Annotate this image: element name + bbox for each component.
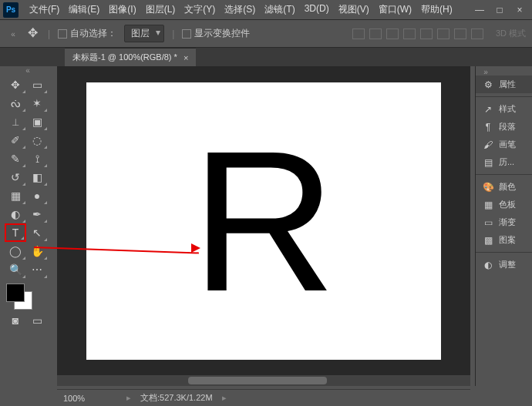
panel-icon: ↗ xyxy=(482,104,494,115)
screen-mode-tool[interactable]: ▭ xyxy=(26,311,48,330)
menu-item[interactable]: 文件(F) xyxy=(25,3,64,16)
auto-select-checkbox[interactable]: 自动选择： xyxy=(58,27,116,40)
color-swatches[interactable] xyxy=(6,284,49,311)
collapse-handle-icon[interactable]: » xyxy=(479,68,493,75)
align-icon[interactable] xyxy=(352,29,365,39)
pen-tool[interactable]: ✒ xyxy=(26,205,48,223)
show-transform-label: 显示变换控件 xyxy=(194,28,250,39)
panel-item[interactable]: 🖌画笔 xyxy=(476,136,532,153)
document-tab[interactable]: 未标题-1 @ 100%(RGB/8) * × xyxy=(65,48,196,66)
eraser-tool[interactable]: ◧ xyxy=(26,168,48,186)
panel-label: 样式 xyxy=(499,103,516,115)
zoom-tool[interactable]: 🔍 xyxy=(5,260,26,279)
panel-label: 历... xyxy=(499,156,514,168)
align-icon[interactable] xyxy=(454,29,466,39)
hand-tool[interactable]: ✋ xyxy=(26,242,48,260)
patch-tool[interactable]: ◌ xyxy=(26,131,48,149)
panel-icon: ▤ xyxy=(482,157,494,168)
align-icon[interactable] xyxy=(369,29,382,39)
canvas[interactable]: R xyxy=(86,82,441,360)
divider: | xyxy=(172,29,174,39)
edit-toolbar[interactable]: ⋯ xyxy=(26,260,48,279)
menu-item[interactable]: 3D(D) xyxy=(300,3,334,16)
dodge-tool[interactable]: ◐ xyxy=(5,205,26,223)
options-bar: « | 自动选择： 图层 | 显示变换控件 3D 模式 xyxy=(0,20,532,48)
panel-item[interactable]: ▩图案 xyxy=(476,231,532,249)
tab-title: 未标题-1 @ 100%(RGB/8) * xyxy=(72,52,177,63)
panel-label: 段落 xyxy=(499,121,516,133)
collapse-handle-icon[interactable]: « xyxy=(6,30,20,38)
lasso-tool[interactable]: ᔔ xyxy=(5,94,26,112)
menu-item[interactable]: 编辑(E) xyxy=(64,3,104,16)
panel-properties[interactable]: ⚙属性 xyxy=(476,75,532,93)
chevron-right-icon[interactable]: ▸ xyxy=(126,393,131,403)
close-button[interactable]: × xyxy=(510,3,529,17)
brush-tool[interactable]: ✎ xyxy=(5,149,26,168)
type-tool[interactable]: T xyxy=(5,223,26,242)
maximize-button[interactable]: □ xyxy=(490,3,509,17)
align-icon[interactable] xyxy=(437,29,450,39)
document-tab-bar: 未标题-1 @ 100%(RGB/8) * × xyxy=(0,48,532,66)
menu-item[interactable]: 帮助(H) xyxy=(416,3,457,16)
menu-item[interactable]: 文字(Y) xyxy=(180,3,220,16)
stamp-tool[interactable]: ⟟ xyxy=(26,149,48,168)
move-icon xyxy=(28,28,40,40)
shape-tool[interactable]: ◯ xyxy=(5,242,26,260)
align-icon[interactable] xyxy=(403,29,416,39)
window-controls: — □ × xyxy=(470,3,529,17)
show-transform-checkbox[interactable]: 显示变换控件 xyxy=(182,27,250,40)
panel-item[interactable]: ▦色板 xyxy=(476,196,532,213)
panel-item[interactable]: ↗样式 xyxy=(476,100,532,118)
status-bar: 100% ▸ 文档:527.3K/1.22M ▸ xyxy=(57,389,470,406)
menu-item[interactable]: 滤镜(T) xyxy=(260,3,299,16)
crop-tool[interactable]: ⟂ xyxy=(5,112,26,131)
horizontal-scrollbar[interactable] xyxy=(57,375,470,386)
doc-size-label: 文档:527.3K/1.22M xyxy=(140,392,213,404)
auto-select-label: 自动选择： xyxy=(70,28,116,39)
menu-bar: Ps 文件(F)编辑(E)图像(I)图层(L)文字(Y)选择(S)滤镜(T)3D… xyxy=(0,0,532,20)
panel-icon: 🖌 xyxy=(482,139,494,150)
panel-label: 画笔 xyxy=(499,139,516,150)
sliders-icon: ⚙ xyxy=(482,79,494,90)
menu-item[interactable]: 视图(V) xyxy=(334,3,374,16)
panel-icon: ▦ xyxy=(482,200,494,210)
frame-tool[interactable]: ▣ xyxy=(26,112,48,131)
scrollbar-thumb[interactable] xyxy=(188,377,327,384)
path-select-tool[interactable]: ↖ xyxy=(26,223,48,242)
panel-icon: ¶ xyxy=(482,122,494,133)
eyedropper-tool[interactable]: ✐ xyxy=(5,131,26,149)
align-icon[interactable] xyxy=(386,29,399,39)
move-tool[interactable]: ✥ xyxy=(5,75,26,94)
marquee-tool[interactable]: ▭ xyxy=(26,75,48,94)
quick-mask-tool[interactable]: ◙ xyxy=(5,311,26,330)
menu-item[interactable]: 图层(L) xyxy=(141,3,180,16)
menu-item[interactable]: 图像(I) xyxy=(104,3,140,16)
panel-icon: ▩ xyxy=(482,235,494,246)
panel-label: 色板 xyxy=(499,199,516,210)
tab-close-icon[interactable]: × xyxy=(184,53,188,62)
workspace: R xyxy=(57,66,470,386)
blur-tool[interactable]: ● xyxy=(26,186,48,205)
panel-item[interactable]: ▭渐变 xyxy=(476,213,532,231)
layer-dropdown[interactable]: 图层 xyxy=(124,25,164,42)
text-layer-glyph[interactable]: R xyxy=(191,121,336,321)
panel-item[interactable]: ◐调整 xyxy=(476,256,532,273)
zoom-level[interactable]: 100% xyxy=(63,394,117,403)
gradient-tool[interactable]: ▦ xyxy=(5,186,26,205)
panel-item[interactable]: ¶段落 xyxy=(476,118,532,136)
align-group xyxy=(352,29,483,39)
collapse-handle-icon[interactable]: « xyxy=(5,66,51,74)
3d-mode-label: 3D 模式 xyxy=(496,28,526,39)
chevron-right-icon[interactable]: ▸ xyxy=(222,393,227,403)
wand-tool[interactable]: ✶ xyxy=(26,94,48,112)
menu-item[interactable]: 窗口(W) xyxy=(374,3,416,16)
panel-label: 调整 xyxy=(499,259,516,270)
canvas-viewport[interactable]: R xyxy=(57,66,470,375)
history-brush-tool[interactable]: ↺ xyxy=(5,168,26,186)
align-icon[interactable] xyxy=(420,29,433,39)
minimize-button[interactable]: — xyxy=(470,3,489,17)
align-icon[interactable] xyxy=(471,29,483,39)
menu-item[interactable]: 选择(S) xyxy=(220,3,260,16)
panel-item[interactable]: 🎨颜色 xyxy=(476,178,532,196)
panel-item[interactable]: ▤历... xyxy=(476,153,532,171)
